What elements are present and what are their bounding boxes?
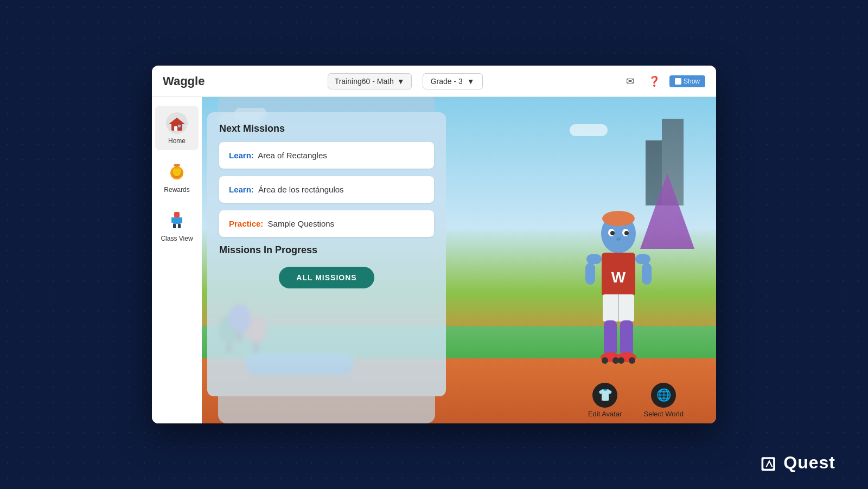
mission-title-1: Área de los rectángulos [258,185,344,194]
app-window: Waggle Training60 - Math ▼ Grade - 3 ▼ ✉… [152,66,716,423]
sidebar-item-class-view[interactable]: Class View [155,203,199,248]
svg-rect-13 [180,217,182,223]
panel-bottom-decoration [218,396,435,423]
avatar: W [578,207,659,375]
class-selector-arrow: ▼ [397,77,405,86]
mission-card-1[interactable]: Learn: Área de los rectángulos [219,176,434,203]
svg-rect-3 [174,126,177,131]
svg-rect-4 [178,125,181,127]
svg-point-38 [629,357,635,364]
show-button[interactable]: Show [669,75,705,87]
top-bar: Waggle Training60 - Math ▼ Grade - 3 ▼ ✉… [152,66,716,97]
svg-rect-10 [174,212,180,217]
svg-rect-27 [585,263,595,285]
svg-rect-25 [586,254,602,264]
svg-point-22 [616,237,621,241]
select-world-label: Select World [644,410,684,418]
svg-point-7 [173,168,181,176]
game-area: W [202,97,716,423]
mission-card-0[interactable]: Learn: Area of Rectangles [219,142,434,169]
svg-rect-26 [635,254,650,264]
svg-rect-32 [620,320,633,356]
mission-type-2: Practice: [229,219,263,228]
show-label: Show [684,78,700,85]
edit-avatar-label: Edit Avatar [588,410,622,418]
all-missions-button[interactable]: ALL MISSIONS [279,267,374,288]
class-view-icon [165,209,189,233]
panel-body: Next Missions Learn: Area of Rectangles … [207,112,446,396]
mission-card-2[interactable]: Practice: Sample Questions [219,210,434,237]
app-logo: Waggle [163,74,205,88]
svg-point-17 [602,211,635,226]
quest-logo-icon [760,453,779,473]
top-bar-icons: ✉ ❓ Show [622,73,705,90]
grade-selector[interactable]: Grade - 3 ▼ [423,73,483,89]
svg-rect-14 [173,224,176,228]
select-world-icon: 🌐 [651,383,676,408]
mission-panel: Next Missions Learn: Area of Rectangles … [202,97,451,423]
cloud-3 [570,124,608,136]
sidebar-item-home-label: Home [168,137,186,145]
sidebar-item-class-view-label: Class View [161,235,193,242]
sidebar-item-rewards-label: Rewards [164,186,189,194]
edit-avatar-button[interactable]: 👕 Edit Avatar [588,383,622,418]
svg-rect-11 [173,217,181,224]
svg-text:W: W [611,269,626,286]
home-icon [165,111,189,135]
missions-in-progress-title: Missions In Progress [219,244,434,256]
svg-rect-31 [604,320,617,356]
mission-type-1: Learn: [229,185,254,194]
edit-avatar-icon: 👕 [592,383,617,408]
svg-point-37 [618,357,624,364]
svg-point-21 [624,231,629,235]
select-world-button[interactable]: 🌐 Select World [644,383,684,418]
avatar-container: W [575,201,662,375]
svg-rect-12 [171,217,174,223]
next-missions-title: Next Missions [219,123,434,134]
mission-title-0: Area of Rectangles [258,151,327,160]
svg-rect-15 [178,224,181,228]
quest-logo-text: Quest [783,453,835,473]
help-icon[interactable]: ❓ [646,73,663,90]
class-selector-value: Training60 - Math [335,77,394,86]
sidebar: Home Rewards [152,97,202,423]
main-content: Home Rewards [152,97,716,423]
grade-selector-value: Grade - 3 [431,77,463,86]
panel-top-decoration [218,97,435,112]
bottom-actions: 👕 Edit Avatar 🌐 Select World [588,383,684,418]
svg-rect-9 [174,164,180,166]
mission-type-0: Learn: [229,151,254,160]
mission-title-2: Sample Questions [268,219,335,228]
show-checkbox [675,78,681,85]
svg-point-20 [610,231,615,235]
mail-icon[interactable]: ✉ [622,73,639,90]
grade-selector-arrow: ▼ [467,77,475,86]
sidebar-item-rewards[interactable]: Rewards [155,155,199,199]
quest-logo: Quest [760,453,835,473]
sidebar-item-home[interactable]: Home [155,106,199,150]
class-selector[interactable]: Training60 - Math ▼ [328,73,412,89]
svg-rect-28 [642,263,652,285]
rewards-icon [165,160,189,184]
svg-point-35 [602,357,608,364]
